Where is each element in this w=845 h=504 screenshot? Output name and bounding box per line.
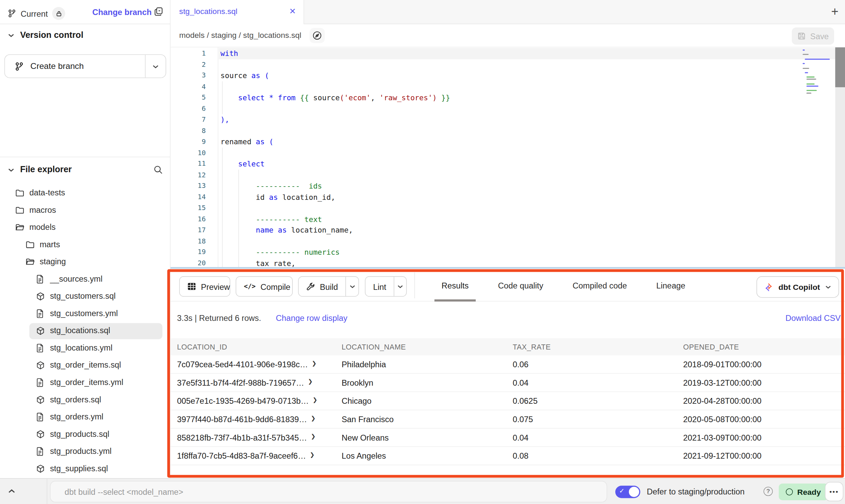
sidebar: Current Change branch Version control [0,0,171,478]
tree-item-stg-customers-yml[interactable]: stg_customers.yml [0,305,170,323]
branch-lock-badge [52,7,65,20]
editor-scrollbar-thumb[interactable] [835,47,845,87]
tree-item-stg-orders-yml[interactable]: stg_orders.yml [0,409,170,426]
tree-item-staging[interactable]: staging [0,254,170,271]
results-meta-row: 3.3s | Returned 6 rows. Change row displ… [171,311,845,327]
table-cell: Philadelphia [342,360,513,369]
expand-cell-chevron-icon[interactable]: ❯ [312,360,316,366]
line-number: 3 [171,70,218,81]
line-number: 4 [171,81,218,92]
overflow-menu-button[interactable]: ••• [825,482,843,501]
defer-label: Defer to staging/production [647,487,745,496]
lint-button[interactable]: Lint [365,276,407,297]
ready-label: Ready [797,488,821,496]
minimap-line [806,79,816,80]
chevron-down-icon [8,31,15,39]
version-control-header[interactable]: Version control [8,30,83,40]
tree-item-data-tests[interactable]: data-tests [0,185,170,202]
table-row[interactable]: 3977f440-b87d-461b-9dd6-81839…❯San Franc… [171,410,845,429]
tree-item-label: stg_customers.sql [50,291,115,300]
build-button[interactable]: Build [298,276,359,297]
panel-tab-code-quality[interactable]: Code quality [483,269,558,302]
panel-tab-lineage[interactable]: Lineage [642,269,700,302]
new-tab-plus-icon[interactable]: + [831,4,839,19]
tree-item-stg-products-sql[interactable]: stg_products.sql [0,426,170,443]
current-branch[interactable]: Current [8,7,65,20]
tree-item-stg-supplies-sql[interactable]: stg_supplies.sql [0,460,170,478]
folder-icon [15,206,25,215]
panel-tab-compiled-code[interactable]: Compiled code [558,269,642,302]
tree-item-label: stg_locations.yml [50,343,112,352]
code-lines[interactable]: with source as ( select * from {{ source… [220,47,845,269]
panel-tab-results[interactable]: Results [427,269,484,302]
expand-cell-chevron-icon[interactable]: ❯ [308,378,313,385]
expand-cell-chevron-icon[interactable]: ❯ [311,433,316,440]
table-cell: 2020-04-28T00:00:00 [683,396,845,405]
table-grid-icon [187,282,196,291]
dbt-copilot-label: dbt Copilot [778,283,820,291]
tree-item-stg-locations-sql[interactable]: stg_locations.sql [0,323,170,340]
create-branch-main[interactable]: Create branch [5,55,145,77]
dbt-copilot-button[interactable]: dbt Copilot [757,276,839,298]
search-icon[interactable] [153,165,163,175]
table-row[interactable]: 1f8ffa70-7cb5-4d83-8a7f-9aceef6…❯Los Ang… [171,447,845,465]
code-line-19: ---------- numerics [220,247,845,257]
code-line-11: select [220,158,845,169]
copy-branch-icon[interactable] [154,6,164,17]
column-header-opened_date: OPENED_DATE [683,343,845,351]
code-line-10 [220,147,845,158]
tree-item-label: staging [40,257,66,266]
preview-button[interactable]: Preview [179,276,230,297]
expand-cell-chevron-icon[interactable]: ❯ [311,415,316,421]
tab-stg-locations-sql[interactable]: stg_locations.sql ✕ [171,0,304,24]
lint-dropdown-chevron[interactable] [394,277,406,296]
table-row[interactable]: 7c079cea-5ed4-4101-906e-9198c…❯Philadelp… [171,355,845,374]
close-icon[interactable]: ✕ [289,6,296,16]
table-cell: 0.0625 [513,396,683,405]
download-csv-link[interactable]: Download CSV [785,313,841,323]
code-editor[interactable]: 1234567891011121314151617181920 with sou… [171,47,845,269]
save-button[interactable]: Save [792,28,834,45]
line-number: 19 [171,247,218,257]
tree-item-marts[interactable]: marts [0,236,170,254]
model-cube-icon [36,326,45,336]
ready-status-badge[interactable]: Ready [779,484,828,500]
tab-bar: stg_locations.sql ✕ + [171,0,845,24]
line-number: 9 [171,136,218,147]
create-branch-button[interactable]: Create branch [4,54,166,78]
expand-cell-chevron-icon[interactable]: ❯ [313,396,317,403]
tree-item-stg-customers-sql[interactable]: stg_customers.sql [0,288,170,306]
table-row[interactable]: 005e7e1c-1935-4269-b479-0713b…❯Chicago0.… [171,392,845,411]
expand-cell-chevron-icon[interactable]: ❯ [310,451,315,458]
horizontal-scrollbar[interactable] [171,267,845,269]
help-icon[interactable]: ? [763,487,773,496]
check-icon: ✓ [619,487,625,495]
command-input[interactable]: dbt build --select <model_name> [50,481,607,502]
tree-item-stg-orders-sql[interactable]: stg_orders.sql [0,391,170,409]
chevron-up-icon[interactable] [8,487,16,495]
tree-item-stg-order-items-yml[interactable]: stg_order_items.yml [0,374,170,391]
main-area: stg_locations.sql ✕ + models / staging /… [171,0,845,478]
change-row-display-link[interactable]: Change row display [276,313,347,323]
tree-item-stg-locations-yml[interactable]: stg_locations.yml [0,340,170,357]
table-row[interactable]: 37e5f311-b7f4-4f2f-988b-719657…❯Brooklyn… [171,374,845,392]
editor-scrollbar-track[interactable] [835,47,845,269]
table-row[interactable]: 858218fb-73f7-4b1b-a31f-57b345…❯New Orle… [171,429,845,447]
tree-item-stg-order-items-sql[interactable]: stg_order_items.sql [0,357,170,374]
tree-item-macros[interactable]: macros [0,202,170,219]
tree-item-stg-products-yml[interactable]: stg_products.yml [0,443,170,461]
create-branch-dropdown[interactable] [145,55,166,77]
table-cell: Brooklyn [342,378,513,387]
build-dropdown-chevron[interactable] [346,277,359,296]
file-icon [36,447,44,456]
tree-item--sources-yml[interactable]: __sources.yml [0,271,170,288]
compile-button[interactable]: </> Compile [236,276,293,297]
file-icon [36,378,44,387]
tree-item-models[interactable]: models [0,219,170,237]
ellipsis-icon: ••• [830,488,839,495]
lineage-icon[interactable] [310,28,325,43]
file-explorer-header[interactable]: File explorer [8,165,72,174]
defer-toggle[interactable]: ✓ [615,486,640,498]
tree-item-label: macros [29,205,56,214]
change-branch-link[interactable]: Change branch [92,8,152,17]
